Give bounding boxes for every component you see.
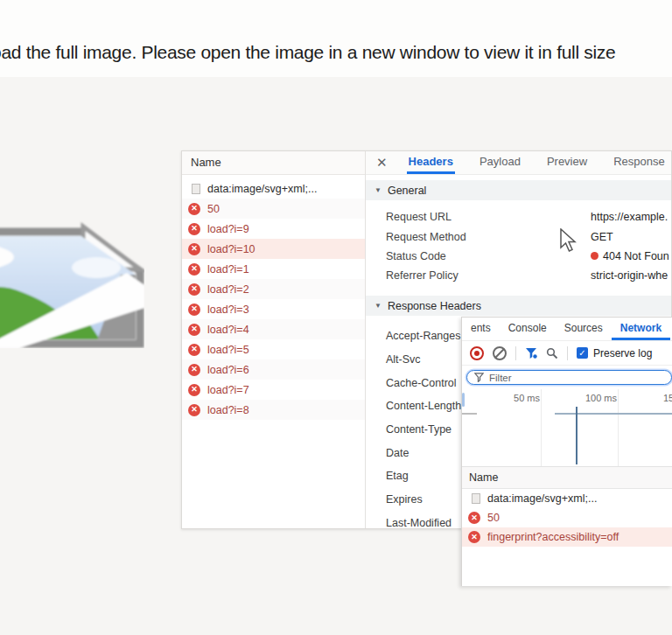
- error-icon: [468, 512, 480, 524]
- request-list: data:image/svg+xml;... 50 load?i=9: [182, 178, 365, 420]
- header-value: strict-origin-whe: [591, 269, 668, 282]
- devtools-tab[interactable]: Network: [612, 318, 670, 340]
- error-icon: [188, 223, 200, 235]
- name-column-header[interactable]: Name: [182, 151, 365, 175]
- devtools-tab[interactable]: Console: [500, 318, 556, 340]
- timeline-tick: 50 ms: [514, 393, 540, 403]
- request-name: load?i=2: [207, 283, 249, 296]
- page-banner: oad the full image. Please open the imag…: [0, 0, 672, 77]
- request-name: load?i=8: [207, 404, 249, 416]
- general-rows: Request URL https://example. Request Met…: [366, 207, 671, 286]
- error-icon: [188, 404, 200, 416]
- triangle-down-icon: ▼: [374, 186, 382, 194]
- request-name: load?i=10: [207, 243, 256, 255]
- network-request-row[interactable]: load?i=8: [182, 400, 365, 420]
- preserve-log-label: Preserve log: [593, 347, 652, 359]
- network-request-row[interactable]: load?i=2: [182, 279, 365, 299]
- record-icon[interactable]: [470, 346, 484, 360]
- network-request-row[interactable]: 50: [462, 508, 672, 527]
- filter-funnel-icon: [474, 373, 484, 382]
- header-kv-row: Referrer Policy strict-origin-whe: [366, 266, 671, 285]
- request-name: load?i=9: [207, 223, 249, 235]
- banner-text: oad the full image. Please open the imag…: [0, 42, 615, 63]
- header-kv-row: Request URL https://example.: [366, 207, 671, 227]
- request-name: load?i=7: [207, 384, 249, 396]
- request-name: data:image/svg+xml;...: [207, 183, 317, 195]
- request-name: load?i=1: [207, 263, 249, 276]
- header-value: GET: [591, 231, 613, 243]
- timeline-gridline: [618, 389, 619, 466]
- network-request-row[interactable]: data:image/svg+xml;...: [462, 489, 672, 508]
- details-tab-bar: ✕ Headers Payload Preview Response In: [366, 151, 671, 175]
- timeline-tick: 15: [663, 393, 672, 403]
- request-name: load?i=3: [207, 304, 249, 316]
- network-request-row[interactable]: fingerprint?accessibility=off: [462, 527, 672, 547]
- request-name: load?i=6: [207, 364, 249, 376]
- timeline-request-bar: [555, 413, 672, 415]
- timeline-left-marker: [462, 393, 465, 407]
- header-value: 404 Not Foun: [603, 250, 669, 262]
- close-icon[interactable]: ✕: [376, 155, 388, 171]
- details-tab[interactable]: Headers: [407, 151, 455, 174]
- network-request-row[interactable]: data:image/svg+xml;...: [182, 178, 365, 199]
- request-name: data:image/svg+xml;...: [487, 492, 597, 505]
- document-icon: [472, 493, 480, 504]
- devtools-tab[interactable]: Sources: [556, 318, 612, 340]
- error-icon: [188, 243, 200, 255]
- response-headers-title: Response Headers: [388, 300, 481, 312]
- header-value: https://example.: [591, 211, 668, 223]
- mouse-cursor-icon: [560, 228, 578, 255]
- error-icon: [188, 364, 200, 376]
- error-icon: [188, 384, 200, 396]
- request-list-pane: Name data:image/svg+xml;... 50: [182, 151, 366, 528]
- error-icon: [188, 263, 200, 276]
- network-request-row[interactable]: load?i=10: [182, 239, 365, 259]
- request-name: 50: [207, 203, 220, 215]
- clear-icon[interactable]: [493, 346, 507, 360]
- filter-funnel-icon[interactable]: [525, 347, 537, 359]
- preserve-log-checkbox[interactable]: ✓: [577, 347, 588, 359]
- screenshot-root: oad the full image. Please open the imag…: [0, 0, 672, 635]
- network-request-row[interactable]: load?i=7: [182, 380, 365, 400]
- triangle-down-icon: ▼: [374, 302, 382, 310]
- document-icon: [192, 184, 200, 194]
- details-tab[interactable]: Preview: [545, 151, 589, 174]
- network-request-row[interactable]: load?i=5: [182, 339, 365, 359]
- error-icon: [188, 304, 200, 316]
- network-request-row[interactable]: load?i=4: [182, 319, 365, 339]
- details-tab[interactable]: Payload: [478, 151, 522, 174]
- general-section-title: General: [388, 185, 426, 197]
- name-column-header[interactable]: Name: [462, 467, 672, 489]
- devtools-tab-bar: ents Console Sources Network: [462, 318, 672, 341]
- request-list: data:image/svg+xml;... 50 fingerprint?ac…: [462, 489, 672, 547]
- general-section-header[interactable]: ▼ General: [366, 180, 671, 200]
- request-name: 50: [487, 512, 500, 524]
- filter-input[interactable]: Filter: [466, 370, 672, 385]
- search-icon[interactable]: [546, 347, 558, 359]
- timeline-event-line: [576, 407, 578, 464]
- timeline-overview[interactable]: 50 ms 100 ms 15: [462, 389, 672, 467]
- devtools-tab[interactable]: ents: [462, 318, 500, 340]
- error-icon: [188, 344, 200, 356]
- network-request-row[interactable]: load?i=9: [182, 219, 365, 239]
- request-name: load?i=4: [207, 324, 249, 336]
- toolbar-separator: [515, 346, 516, 360]
- header-kv-row: Status Code 404 Not Foun: [366, 247, 671, 266]
- network-request-row[interactable]: 50: [182, 199, 365, 219]
- network-request-row[interactable]: load?i=3: [182, 299, 365, 319]
- network-request-row[interactable]: load?i=1: [182, 259, 365, 279]
- header-key: Referrer Policy: [386, 269, 591, 282]
- network-request-row[interactable]: load?i=6: [182, 359, 365, 380]
- error-icon: [468, 531, 480, 543]
- request-name: load?i=5: [207, 344, 249, 356]
- header-key: Request URL: [386, 211, 591, 223]
- details-tab[interactable]: Response: [612, 151, 667, 174]
- response-headers-section-header[interactable]: ▼ Response Headers: [366, 296, 671, 316]
- error-icon: [188, 324, 200, 336]
- toolbar-separator: [567, 346, 568, 360]
- broken-image-icon: [0, 220, 144, 348]
- filter-placeholder: Filter: [489, 373, 512, 383]
- devtools-panel: ents Console Sources Network ✓ Preserv: [461, 317, 672, 586]
- timeline-tick: 100 ms: [585, 393, 617, 403]
- error-icon: [188, 283, 200, 296]
